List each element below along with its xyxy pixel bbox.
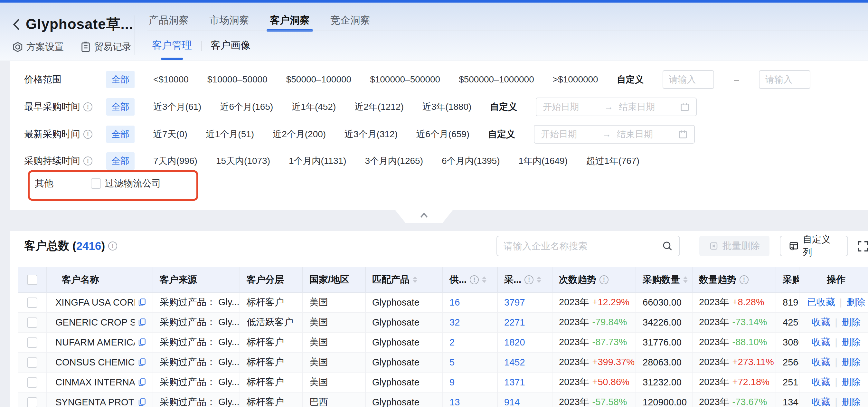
filter-option[interactable]: 近6个月(165) xyxy=(220,101,273,113)
filter-option[interactable]: 近2年(1212) xyxy=(354,101,404,113)
subtab-customer-management[interactable]: 客户管理 xyxy=(152,39,192,57)
info-icon[interactable]: ! xyxy=(470,275,479,284)
filter-option[interactable]: >$1000000 xyxy=(553,74,598,85)
purchase-count-link[interactable]: 3797 xyxy=(504,297,525,308)
filter-option[interactable]: 近3个月(312) xyxy=(344,128,398,140)
copy-icon[interactable] xyxy=(138,398,146,407)
purchase-count-link[interactable]: 2271 xyxy=(504,317,525,327)
tab-product-insight[interactable]: 产品洞察 xyxy=(148,10,190,31)
filter-option[interactable]: 近3个月(61) xyxy=(153,101,201,113)
purchase-count-link[interactable]: 1452 xyxy=(504,357,525,367)
suppliers-link[interactable]: 16 xyxy=(450,297,460,308)
row-checkbox[interactable] xyxy=(27,377,37,388)
row-checkbox[interactable] xyxy=(27,338,37,348)
filter-option[interactable]: 3个月内(1265) xyxy=(365,155,423,167)
custom-range-label[interactable]: 自定义 xyxy=(617,73,644,86)
fullscreen-icon[interactable] xyxy=(857,240,868,252)
filter-option[interactable]: 超过1年(767) xyxy=(586,155,640,167)
filter-option[interactable]: 近3年(1880) xyxy=(423,101,472,113)
price-min-input[interactable] xyxy=(662,70,714,89)
info-icon[interactable]: ! xyxy=(740,275,749,284)
plan-settings-button[interactable]: 方案设置 xyxy=(12,40,64,54)
delete-button[interactable]: 删除 xyxy=(842,356,861,369)
purchase-count-link[interactable]: 1371 xyxy=(504,377,525,387)
custom-range-label[interactable]: 自定义 xyxy=(490,101,517,113)
latest-date-range-picker[interactable]: 开始日期 → 结束日期 xyxy=(534,125,695,144)
purchase-count-link[interactable]: 914 xyxy=(504,397,520,407)
row-checkbox[interactable] xyxy=(27,317,37,328)
info-icon[interactable]: ! xyxy=(108,242,117,251)
batch-delete-button[interactable]: 批量删除 xyxy=(699,236,770,256)
suppliers-link[interactable]: 9 xyxy=(450,377,455,387)
filter-option[interactable]: 1个月内(1131) xyxy=(289,155,346,167)
delete-button[interactable]: 删除 xyxy=(842,336,861,349)
filter-option[interactable]: 1年内(1649) xyxy=(519,155,568,167)
info-icon[interactable]: ! xyxy=(83,102,92,112)
copy-icon[interactable] xyxy=(138,298,146,307)
filter-option-all[interactable]: 全部 xyxy=(106,152,134,170)
row-checkbox[interactable] xyxy=(27,397,37,407)
customer-name[interactable]: NUFARM AMERICAS, xyxy=(55,337,134,348)
filter-collapse-toggle[interactable] xyxy=(395,210,453,223)
filter-option[interactable]: 15天内(1073) xyxy=(216,155,270,167)
trade-records-button[interactable]: 贸易记录 xyxy=(81,40,131,54)
filter-option[interactable]: 近7天(0) xyxy=(153,128,187,140)
filter-option[interactable]: 近6个月(659) xyxy=(416,128,469,140)
favorite-button[interactable]: 收藏 xyxy=(812,376,830,389)
filter-option[interactable]: 近2个月(200) xyxy=(273,128,326,140)
suppliers-link[interactable]: 2 xyxy=(450,337,455,347)
customer-name[interactable]: SYNGENTA PROTEC xyxy=(55,397,134,407)
filter-logistics-checkbox-label[interactable]: 过滤物流公司 xyxy=(105,177,161,190)
sort-icon[interactable] xyxy=(537,276,541,283)
purchase-count-link[interactable]: 1820 xyxy=(504,337,525,347)
info-icon[interactable]: ! xyxy=(83,156,92,165)
filter-option-all[interactable]: 全部 xyxy=(106,98,134,116)
select-all-checkbox[interactable] xyxy=(27,275,37,285)
filter-logistics-checkbox[interactable] xyxy=(91,178,101,189)
delete-button[interactable]: 删除 xyxy=(842,376,861,389)
copy-icon[interactable] xyxy=(138,318,146,327)
filter-option[interactable]: <$10000 xyxy=(153,74,189,85)
favorite-button[interactable]: 已收藏 xyxy=(807,296,835,309)
filter-option[interactable]: 7天内(996) xyxy=(153,155,197,167)
info-icon[interactable]: ! xyxy=(524,275,533,284)
suppliers-link[interactable]: 32 xyxy=(450,317,460,327)
filter-option[interactable]: 近1个月(51) xyxy=(206,128,254,140)
tab-customer-insight[interactable]: 客户洞察 xyxy=(269,10,311,31)
suppliers-link[interactable]: 5 xyxy=(450,357,455,367)
filter-option-all[interactable]: 全部 xyxy=(106,71,134,88)
sort-icon[interactable] xyxy=(413,276,417,283)
custom-range-label[interactable]: 自定义 xyxy=(488,128,515,140)
price-max-input[interactable] xyxy=(759,70,810,89)
favorite-button[interactable]: 收藏 xyxy=(812,316,830,329)
filter-option[interactable]: 近1年(452) xyxy=(292,101,336,113)
earliest-date-range-picker[interactable]: 开始日期 → 结束日期 xyxy=(536,98,697,116)
delete-button[interactable]: 删除 xyxy=(842,396,861,407)
row-checkbox[interactable] xyxy=(27,357,37,368)
suppliers-link[interactable]: 13 xyxy=(450,397,460,407)
tab-competitor-insight[interactable]: 竞企洞察 xyxy=(329,10,372,31)
customer-name[interactable]: CONSUS CHEMICAL xyxy=(55,357,134,368)
delete-button[interactable]: 删除 xyxy=(842,316,861,329)
tab-market-insight[interactable]: 市场洞察 xyxy=(208,10,250,31)
search-icon[interactable] xyxy=(662,241,673,251)
copy-icon[interactable] xyxy=(138,338,146,347)
filter-option[interactable]: $500000–1000000 xyxy=(459,74,534,85)
filter-option-all[interactable]: 全部 xyxy=(106,126,134,143)
favorite-button[interactable]: 收藏 xyxy=(812,356,830,369)
customer-name[interactable]: CINMAX INTERNATIO xyxy=(55,377,134,388)
row-checkbox[interactable] xyxy=(27,298,37,308)
customer-name[interactable]: GENERIC CROP SCI xyxy=(55,317,134,328)
customize-columns-button[interactable]: 自定义列 xyxy=(780,236,848,256)
sort-icon[interactable] xyxy=(683,276,688,283)
filter-option[interactable]: $100000–500000 xyxy=(370,74,440,85)
info-icon[interactable]: ! xyxy=(599,275,609,284)
back-icon[interactable] xyxy=(11,18,21,32)
sort-icon[interactable] xyxy=(482,276,487,283)
copy-icon[interactable] xyxy=(138,378,146,387)
copy-icon[interactable] xyxy=(138,358,146,367)
info-icon[interactable]: ! xyxy=(83,130,92,139)
delete-button[interactable]: 删除 xyxy=(846,296,865,309)
favorite-button[interactable]: 收藏 xyxy=(812,396,830,407)
company-search-input[interactable] xyxy=(503,241,662,251)
